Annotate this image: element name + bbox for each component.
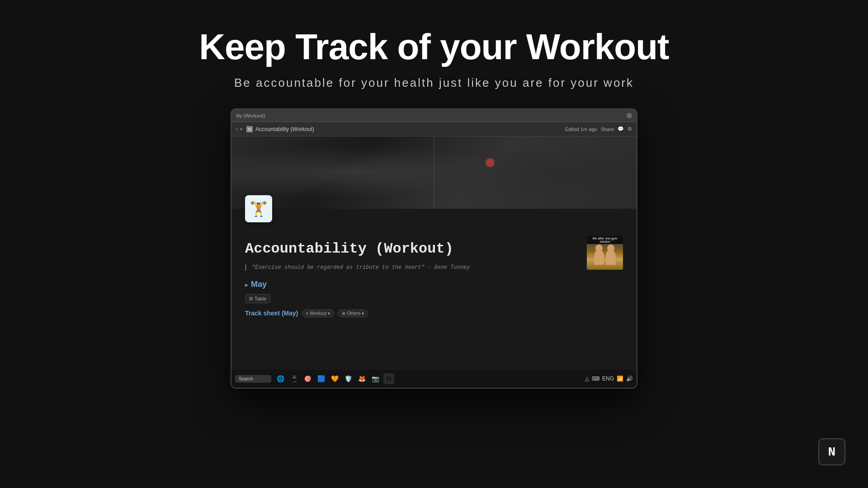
table-label: Table [255,296,266,301]
notion-content: 🏋️ Me after one gym session Accountabili… [231,136,637,388]
page-icon[interactable]: 🏋️ [245,195,272,222]
others-tag[interactable]: ⊕ Others ▾ [338,310,368,317]
meme-image: Me after one gym session [587,236,623,270]
taskbar-app-8[interactable]: 📷 [370,373,381,384]
tag-dropdown-icon[interactable]: ▾ [328,311,330,316]
tag-icon: ≡ [306,311,309,316]
taskbar-app-7[interactable]: 🦊 [356,373,367,384]
volume-icon: 🔊 [626,375,633,382]
minimize-button[interactable] [627,113,632,118]
others-dropdown-icon[interactable]: ▾ [362,311,364,316]
browser-titlebar: lity (Workout) [231,109,637,122]
tray-icon-1: △ [585,375,589,382]
keyboard-icon: ⌨ [592,375,599,382]
taskbar-system-tray: △ ⌨ ENG 📶 🔊 [585,375,633,382]
toolbar-breadcrumb: N Accountability (Workout) [246,126,561,132]
settings-icon[interactable]: ⚙ [627,126,632,132]
search-label: Search [239,376,253,381]
table-icon: ⊞ [249,296,253,301]
may-section-header: ▸ May [245,280,623,289]
workout-tag-label: Workout [310,311,326,316]
window-controls [627,113,632,118]
toolbar-nav: ‹ + [236,126,243,132]
taskbar-app-1[interactable]: 🌐 [275,373,286,384]
meme-figure-2 [606,249,616,265]
meme-caption: Me after one gym session [587,236,623,244]
track-sheet-row: Track sheet (May) ≡ Workout ▾ ⊕ Others ▾ [245,307,623,320]
taskbar-notion-icon[interactable]: N [383,373,394,384]
wifi-icon: 📶 [617,375,623,382]
page-title: Accountability (Workout) [245,240,623,257]
meme-body-visual [587,244,623,270]
hero-subtitle: Be accountable for your health just like… [0,76,868,90]
share-button[interactable]: Share [601,127,614,132]
taskbar-app-2[interactable]: 📱 [288,373,299,384]
taskbar-search[interactable]: Search [235,375,271,383]
taskbar-app-4[interactable]: 🟦 [316,373,326,384]
comment-icon[interactable]: 💬 [618,126,624,132]
lang-icon: ENG [602,375,614,382]
hero-title: Keep Track of your Workout [0,27,868,67]
others-tag-label: Others [347,311,360,316]
hero-section: Keep Track of your Workout Be accountabl… [0,0,868,90]
page-quote: "Exercise should be regarded as tribute … [245,264,623,271]
nav-back-button[interactable]: ‹ [236,126,238,132]
system-tray-icons: △ ⌨ ENG 📶 🔊 [585,375,633,382]
browser-toolbar: ‹ + N Accountability (Workout) Edited 1m… [231,122,637,136]
table-view-button[interactable]: ⊞ Table [245,294,270,303]
cover-accent [486,158,495,167]
workout-tag[interactable]: ≡ Workout ▾ [302,310,335,317]
page-body: Me after one gym session Accountability … [231,209,637,329]
taskbar-app-6[interactable]: 🛡️ [343,373,354,384]
taskbar-pinned-apps: 🌐 📱 🎯 🟦 🧡 🛡️ 🦊 📷 N [275,373,394,384]
others-tag-icon: ⊕ [342,311,345,316]
browser-window: lity (Workout) ‹ + N Accountability (Wor… [231,108,637,389]
toggle-icon[interactable]: ▸ [245,281,248,288]
toolbar-actions: Edited 1m ago Share 💬 ⚙ [565,126,632,132]
edited-text: Edited 1m ago [565,127,597,132]
meme-figure-1 [594,249,604,265]
section-month-title: May [251,280,267,289]
page-cover-image [231,136,637,209]
browser-tab-title: lity (Workout) [236,113,627,118]
track-sheet-title[interactable]: Track sheet (May) [245,310,298,317]
windows-taskbar: Search 🌐 📱 🎯 🟦 🧡 🛡️ 🦊 📷 N △ ⌨ ENG 📶 [231,370,637,388]
taskbar-app-5[interactable]: 🧡 [329,373,340,384]
breadcrumb-text: Accountability (Workout) [255,126,314,132]
notion-favicon: N [246,126,253,132]
notion-logo-badge: N [818,438,845,465]
nav-add-button[interactable]: + [240,126,243,132]
meme-figures [594,249,616,265]
taskbar-app-3[interactable]: 🎯 [302,373,313,384]
